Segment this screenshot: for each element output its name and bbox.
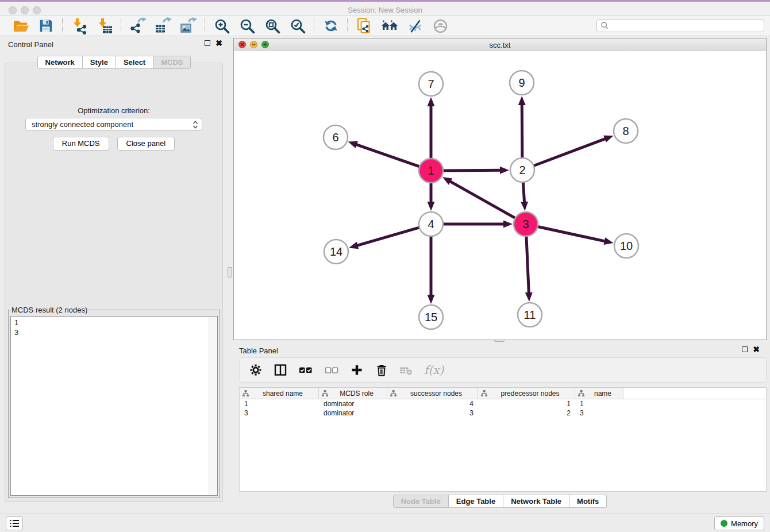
tab-network-table[interactable]: Network Table bbox=[503, 495, 569, 508]
tab-node-table[interactable]: Node Table bbox=[393, 495, 449, 508]
table-cell[interactable]: 2 bbox=[478, 409, 575, 417]
memory-button[interactable]: Memory bbox=[714, 516, 764, 530]
save-session-button[interactable] bbox=[37, 17, 55, 34]
import-network-icon bbox=[71, 17, 88, 34]
search-input[interactable] bbox=[609, 21, 764, 30]
network-window-titlebar[interactable]: scc.txt bbox=[234, 38, 766, 52]
graph-edge-1-2[interactable] bbox=[442, 167, 509, 174]
table-cell[interactable]: 4 bbox=[387, 400, 478, 408]
optimization-criterion-select[interactable]: strongly connected component bbox=[25, 118, 202, 131]
column-label: shared name bbox=[249, 390, 316, 398]
zoom-out-button[interactable] bbox=[238, 17, 256, 34]
float-table-panel-icon[interactable] bbox=[742, 346, 748, 352]
graph-node-4[interactable]: 4 bbox=[419, 212, 443, 236]
tab-edge-table[interactable]: Edge Table bbox=[449, 495, 503, 508]
delete-column-button[interactable] bbox=[375, 363, 388, 377]
import-table-button[interactable] bbox=[95, 17, 114, 34]
tab-motifs[interactable]: Motifs bbox=[569, 495, 607, 508]
show-column-panel-button[interactable] bbox=[274, 363, 287, 377]
float-panel-icon[interactable] bbox=[205, 40, 210, 46]
graph-node-15[interactable]: 15 bbox=[419, 305, 443, 329]
graph-node-3[interactable]: 3 bbox=[514, 212, 538, 236]
table-cell[interactable]: 1 bbox=[240, 400, 319, 408]
table-cell[interactable]: dominator bbox=[319, 409, 387, 417]
list-icon bbox=[9, 519, 20, 528]
function-builder-button[interactable]: f(x) bbox=[424, 363, 444, 377]
table-settings-button[interactable] bbox=[249, 363, 263, 377]
column-header-MCDS-role[interactable]: MCDS role bbox=[319, 388, 387, 399]
column-header-successor-nodes[interactable]: successor nodes bbox=[387, 388, 478, 399]
graph-edge-3-11[interactable] bbox=[525, 235, 533, 302]
new-network-from-selection-button[interactable] bbox=[355, 17, 374, 34]
show-all-icon bbox=[432, 18, 449, 34]
tab-mcds[interactable]: MCDS bbox=[153, 56, 191, 69]
column-header-predecessor-nodes[interactable]: predecessor nodes bbox=[478, 388, 575, 399]
table-cell[interactable]: 3 bbox=[387, 409, 478, 417]
mcds-result-title: MCDS result (2 nodes) bbox=[10, 306, 88, 314]
graph-node-10[interactable]: 10 bbox=[614, 234, 638, 258]
export-network-button[interactable] bbox=[129, 17, 147, 34]
graph-edge-4-14[interactable] bbox=[349, 227, 421, 249]
zoom-in-button[interactable] bbox=[213, 17, 231, 34]
zoom-selected-button[interactable] bbox=[288, 17, 307, 34]
graph-edge-1-6[interactable] bbox=[348, 141, 421, 167]
network-canvas[interactable]: 1234678910111415 bbox=[234, 51, 766, 340]
import-network-button[interactable] bbox=[70, 17, 88, 34]
column-header-shared-name[interactable]: shared name bbox=[240, 388, 319, 399]
table-panel-header: Table Panel ✖ bbox=[233, 342, 767, 358]
result-scrollbar[interactable] bbox=[209, 317, 217, 495]
graph-node-8[interactable]: 8 bbox=[614, 119, 638, 143]
tab-select[interactable]: Select bbox=[116, 56, 153, 69]
graph-node-14[interactable]: 14 bbox=[324, 240, 348, 264]
graph-node-6[interactable]: 6 bbox=[324, 125, 348, 149]
table-cell[interactable]: dominator bbox=[319, 400, 387, 408]
svg-text:10: 10 bbox=[620, 240, 633, 252]
close-panel-button[interactable]: Close panel bbox=[117, 137, 175, 151]
close-panel-icon[interactable]: ✖ bbox=[215, 40, 222, 46]
graph-edge-2-9[interactable] bbox=[518, 96, 526, 159]
open-session-button[interactable] bbox=[11, 17, 30, 34]
graph-edge-3-1[interactable] bbox=[442, 177, 516, 218]
graph-edge-2-3[interactable] bbox=[521, 181, 528, 211]
table-cell[interactable]: 1 bbox=[575, 400, 623, 408]
graph-node-7[interactable]: 7 bbox=[419, 72, 443, 96]
tab-style[interactable]: Style bbox=[83, 56, 116, 69]
create-column-button[interactable] bbox=[350, 363, 364, 377]
table-row[interactable]: 3dominator323 bbox=[240, 408, 766, 418]
table-row[interactable]: 1dominator411 bbox=[240, 399, 766, 408]
graph-node-1[interactable]: 1 bbox=[419, 159, 443, 183]
graph-edge-1-4[interactable] bbox=[428, 182, 435, 211]
select-all-columns-button[interactable] bbox=[298, 363, 313, 377]
table-cell[interactable]: 1 bbox=[478, 400, 575, 408]
table-cell[interactable]: 3 bbox=[240, 409, 319, 417]
close-table-panel-icon[interactable]: ✖ bbox=[753, 346, 760, 352]
svg-text:2: 2 bbox=[519, 164, 525, 176]
graph-edge-2-8[interactable] bbox=[533, 136, 614, 167]
hide-selected-button[interactable] bbox=[406, 17, 424, 34]
unselect-all-columns-button[interactable] bbox=[324, 363, 339, 377]
graph-node-11[interactable]: 11 bbox=[518, 303, 542, 327]
mcds-result-text[interactable]: 1 3 bbox=[10, 316, 218, 496]
export-table-button[interactable] bbox=[154, 17, 172, 34]
first-neighbors-button[interactable] bbox=[380, 17, 399, 34]
column-header-name[interactable]: name bbox=[575, 388, 623, 399]
graph-edge-1-7[interactable] bbox=[428, 97, 435, 160]
export-image-button[interactable] bbox=[179, 17, 198, 34]
apply-layout-button[interactable] bbox=[322, 17, 340, 34]
tab-network[interactable]: Network bbox=[37, 56, 83, 69]
vertical-splitter-grip[interactable] bbox=[228, 267, 232, 277]
status-bar: Memory bbox=[0, 514, 770, 532]
run-mcds-button[interactable]: Run MCDS bbox=[53, 137, 109, 151]
task-history-button[interactable] bbox=[6, 516, 23, 530]
table-cell[interactable]: 3 bbox=[575, 409, 623, 417]
graph-node-2[interactable]: 2 bbox=[510, 158, 534, 182]
graph-node-9[interactable]: 9 bbox=[510, 71, 534, 95]
graph-edge-4-15[interactable] bbox=[428, 235, 435, 304]
delete-table-button[interactable] bbox=[399, 363, 413, 377]
graph-edge-4-3[interactable] bbox=[442, 221, 513, 228]
show-all-button[interactable] bbox=[431, 17, 449, 34]
zoom-fit-button[interactable] bbox=[263, 17, 282, 34]
svg-text:4: 4 bbox=[428, 218, 434, 230]
column-label: predecessor nodes bbox=[488, 390, 572, 398]
graph-edge-3-10[interactable] bbox=[537, 226, 614, 245]
